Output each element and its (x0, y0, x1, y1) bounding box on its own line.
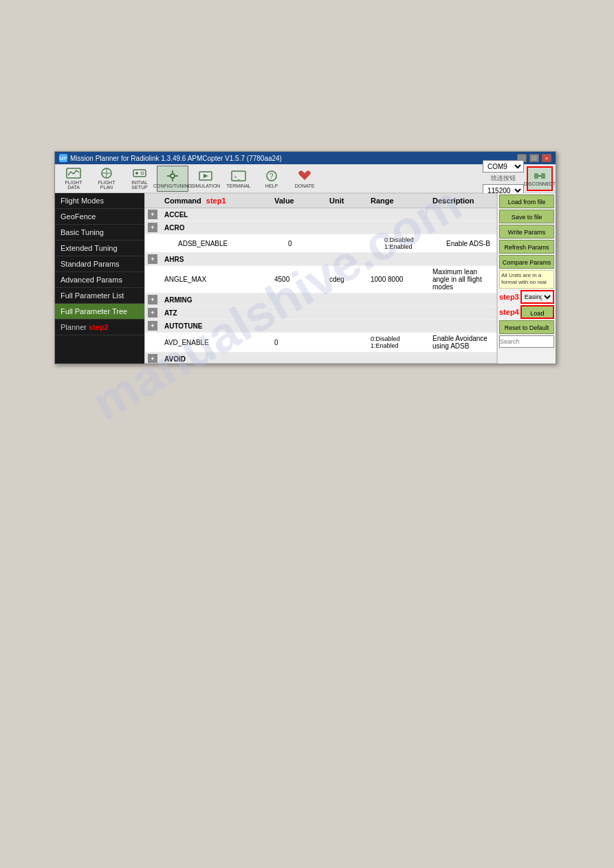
param-value[interactable]: 0 (272, 338, 327, 347)
info-content: All Units are in a format with no real (501, 272, 547, 285)
param-range: 0:Disabled1:Enabled (368, 335, 430, 350)
toolbar-donate[interactable]: DONATE (289, 166, 320, 192)
param-desc: Enable Avoidance using ADSB (430, 334, 494, 350)
expand-icon[interactable]: + (148, 210, 157, 219)
refresh-params-button[interactable]: Refresh Params (499, 240, 554, 254)
toolbar-flight-data[interactable]: FLIGHT DATA (58, 166, 89, 192)
port-select[interactable]: COM9 (483, 160, 524, 173)
col-expand (148, 195, 162, 206)
table-row: + ACRO (145, 221, 496, 234)
toolbar-terminal[interactable]: >_ TERMINAL (223, 166, 254, 192)
step3-label: step3 (499, 293, 519, 301)
svg-point-5 (135, 172, 138, 175)
expand-icon[interactable]: + (148, 223, 157, 232)
expand-icon[interactable]: + (148, 354, 157, 364)
svg-rect-18 (534, 173, 538, 179)
param-table-area: Command step1 Value Unit Range Descripti… (144, 193, 497, 364)
reset-to-default-button[interactable]: Reset to Default (499, 320, 554, 334)
svg-point-6 (141, 172, 144, 175)
config-tuning-icon (164, 169, 181, 183)
toolbar-config-tuning[interactable]: CONFIG/TUNING (157, 166, 188, 192)
flight-data-label: FLIGHT DATA (60, 180, 87, 190)
table-row: AVD_ENABLE 0 0:Disabled1:Enabled Enable … (145, 333, 496, 353)
step3-row: step3 Easing210控制器 (499, 290, 554, 304)
expand-icon[interactable]: + (148, 321, 157, 331)
donate-label: DONATE (295, 183, 315, 188)
search-input[interactable] (499, 335, 554, 348)
step4-row: step4 Load Presaved (499, 305, 554, 319)
simulation-icon (197, 169, 214, 183)
compare-params-button[interactable]: Compare Params (499, 255, 554, 269)
table-row: + ACCEL (145, 208, 496, 221)
load-presaved-button[interactable]: Load Presaved (520, 305, 554, 319)
table-row: + ATZ (145, 307, 496, 320)
write-params-button[interactable]: Write Params (499, 225, 554, 238)
app-title: Mission Planner for Radiolink 1.3.49.6 A… (70, 155, 282, 162)
main-content: Flight Modes GeoFence Basic Tuning Exten… (55, 193, 556, 364)
param-value[interactable]: 0 (285, 239, 340, 248)
sidebar-item-standard-params[interactable]: Standard Params (55, 256, 144, 272)
toolbar-help[interactable]: ? HELP (256, 166, 287, 192)
flight-data-icon (65, 167, 82, 179)
param-desc: Enable ADS-B (443, 239, 494, 248)
params-info-text: All Units are in a format with no real (499, 270, 554, 289)
svg-rect-19 (541, 173, 545, 179)
simulation-label: SIMULATION (191, 183, 220, 188)
disconnect-label: DISCONNECT (524, 181, 556, 186)
terminal-label: TERMINAL (226, 183, 250, 188)
step2-label: step2 (89, 323, 109, 331)
param-range: 0:Disabled1:Enabled (382, 236, 443, 251)
sidebar-item-extended-tuning[interactable]: Extended Tuning (55, 241, 144, 256)
param-name: AVD_ENABLE (162, 338, 272, 347)
preset-dropdown[interactable]: Easing210控制器 (520, 290, 554, 304)
param-name: ACRO (162, 223, 272, 232)
help-icon: ? (263, 169, 280, 183)
col-command: Command step1 (162, 195, 272, 206)
sidebar-item-full-parameter-list[interactable]: Full Parameter List (55, 288, 144, 304)
flight-plan-label: FLIGHT PLAN (93, 180, 120, 190)
toolbar-right: COM9 统连按钮 115200 DISCONNECT (483, 160, 553, 197)
connect-line2: 统连按钮 (483, 174, 524, 183)
toolbar-flight-plan[interactable]: FLIGHT PLAN (91, 166, 122, 192)
param-range: 1000 8000 (368, 275, 430, 284)
table-row: + AHRS (145, 253, 496, 266)
app-logo: MP (59, 154, 67, 162)
param-name: ADSB_ENABLE (175, 239, 285, 248)
sidebar-item-planner[interactable]: Planner step2 (55, 320, 144, 335)
app-window: MP Mission Planner for Radiolink 1.3.49.… (54, 151, 556, 364)
svg-marker-13 (204, 174, 208, 178)
step4-label: step4 (499, 308, 519, 316)
save-to-file-button[interactable]: Save to file (499, 210, 554, 223)
title-bar: MP Mission Planner for Radiolink 1.3.49.… (55, 152, 556, 164)
sidebar-item-full-parameter-tree[interactable]: Full Parameter Tree (55, 304, 144, 320)
param-value[interactable]: 4500 (272, 275, 327, 284)
step1-label: step1 (204, 195, 229, 206)
toolbar: FLIGHT DATA FLIGHT PLAN INITIAL SETUP (55, 164, 556, 193)
load-from-file-button[interactable]: Load from file (499, 194, 554, 208)
table-row: + AUTOTUNE (145, 320, 496, 333)
expand-icon[interactable]: + (148, 254, 157, 264)
svg-text:?: ? (270, 173, 274, 180)
param-unit: cdeg (327, 275, 368, 284)
col-desc: Description (430, 195, 494, 206)
expand-icon[interactable]: + (148, 308, 157, 318)
table-row: ANGLE_MAX 4500 cdeg 1000 8000 Maximum le… (145, 266, 496, 293)
svg-text:>_: >_ (234, 174, 241, 180)
sidebar-item-flight-modes[interactable]: Flight Modes (55, 193, 144, 209)
table-row: + AVOID (145, 353, 496, 364)
toolbar-initial-setup[interactable]: INITIAL SETUP (124, 166, 155, 192)
flight-plan-icon (98, 167, 115, 179)
donate-icon (296, 169, 313, 183)
toolbar-simulation[interactable]: SIMULATION (190, 166, 221, 192)
param-name: ACCEL (162, 210, 272, 219)
param-table-header: Command step1 Value Unit Range Descripti… (145, 194, 496, 208)
param-name: ATZ (162, 309, 272, 318)
sidebar-item-basic-tuning[interactable]: Basic Tuning (55, 225, 144, 241)
sidebar-item-geo-fence[interactable]: GeoFence (55, 209, 144, 225)
expand-icon[interactable]: + (148, 295, 157, 304)
sidebar: Flight Modes GeoFence Basic Tuning Exten… (55, 193, 144, 364)
param-desc: Maximum lean angle in all flight modes (430, 267, 494, 291)
disconnect-button[interactable]: DISCONNECT (527, 166, 553, 191)
terminal-icon: >_ (230, 169, 247, 183)
sidebar-item-advanced-params[interactable]: Advanced Params (55, 272, 144, 288)
